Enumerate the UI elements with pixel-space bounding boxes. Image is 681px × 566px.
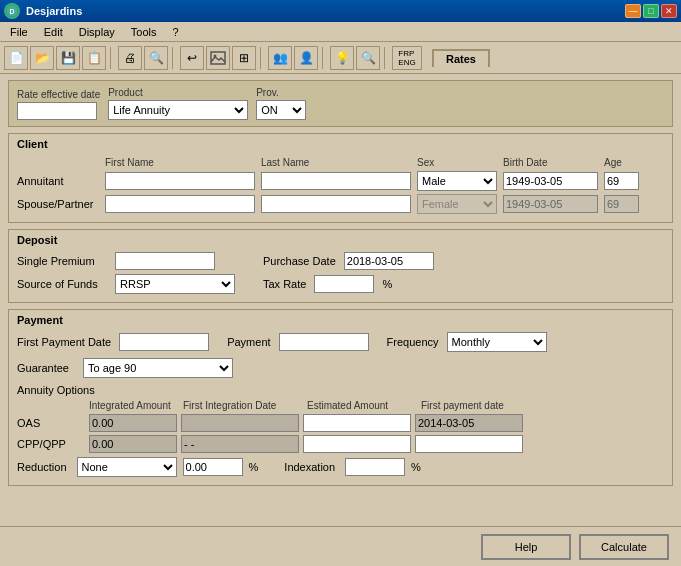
annuitant-sex-select[interactable]: Male Female xyxy=(417,171,497,191)
payment-input[interactable] xyxy=(279,333,369,351)
spouse-last-name[interactable] xyxy=(261,195,411,213)
save-button[interactable]: 💾 xyxy=(56,46,80,70)
idea-button[interactable]: 💡 xyxy=(330,46,354,70)
annuitant-age[interactable] xyxy=(604,172,639,190)
first-name-header: First Name xyxy=(105,157,154,168)
search-button[interactable]: 🔍 xyxy=(356,46,380,70)
rate-effective-date-label: Rate effective date xyxy=(17,89,100,100)
persons-button[interactable]: 👥 xyxy=(268,46,292,70)
oas-first-payment-date xyxy=(415,414,523,432)
menu-file[interactable]: File xyxy=(2,24,36,40)
tax-rate-suffix: % xyxy=(382,278,392,290)
new-button[interactable]: 📄 xyxy=(4,46,28,70)
payment-row1: First Payment Date Payment Frequency Mon… xyxy=(17,332,664,352)
minimize-button[interactable]: — xyxy=(625,4,641,18)
app-icon: D xyxy=(4,3,20,19)
copy-button[interactable]: 📋 xyxy=(82,46,106,70)
first-payment-date-input[interactable] xyxy=(119,333,209,351)
source-of-funds-select[interactable]: RRSP TFSA Non-Registered xyxy=(115,274,235,294)
grid-button[interactable]: ⊞ xyxy=(232,46,256,70)
menu-display[interactable]: Display xyxy=(71,24,123,40)
deposit-row2: Source of Funds RRSP TFSA Non-Registered… xyxy=(17,274,664,294)
client-headers: First Name Last Name Sex Birth Date Age xyxy=(17,156,664,168)
tax-rate-input[interactable] xyxy=(314,275,374,293)
lang-button[interactable]: FRPENG xyxy=(392,46,422,70)
annuitant-first-name[interactable] xyxy=(105,172,255,190)
toolbar-sep4 xyxy=(322,47,326,69)
prov-select[interactable]: ON QC xyxy=(256,100,306,120)
svg-text:D: D xyxy=(9,8,14,15)
window-controls: — □ ✕ xyxy=(625,4,677,18)
close-button[interactable]: ✕ xyxy=(661,4,677,18)
spouse-row: Spouse/Partner Female Male xyxy=(17,194,664,214)
birth-date-header: Birth Date xyxy=(503,157,547,168)
guarantee-select[interactable]: To age 90 10 years 15 years 20 years Non… xyxy=(83,358,233,378)
cpp-first-payment-date[interactable] xyxy=(415,435,523,453)
single-premium-input[interactable] xyxy=(115,252,215,270)
reduction-select[interactable]: None xyxy=(77,457,177,477)
svg-rect-2 xyxy=(211,52,225,64)
undo-button[interactable]: ↩ xyxy=(180,46,204,70)
oas-integrated-amount xyxy=(89,414,177,432)
first-integration-date-header: First Integration Date xyxy=(183,400,303,411)
top-row: Rate effective date Product Life Annuity… xyxy=(8,80,673,127)
sex-header: Sex xyxy=(417,157,434,168)
indexation-label: Indexation xyxy=(284,461,335,473)
single-premium-label: Single Premium xyxy=(17,255,107,267)
tax-rate-label: Tax Rate xyxy=(263,278,306,290)
purchase-date-input[interactable] xyxy=(344,252,434,270)
annuitant-label: Annuitant xyxy=(17,175,99,187)
annuitant-last-name[interactable] xyxy=(261,172,411,190)
oas-estimated-amount[interactable] xyxy=(303,414,411,432)
indexation-input[interactable] xyxy=(345,458,405,476)
spouse-first-name[interactable] xyxy=(105,195,255,213)
menu-edit[interactable]: Edit xyxy=(36,24,71,40)
spouse-age xyxy=(604,195,639,213)
preview-button[interactable]: 🔍 xyxy=(144,46,168,70)
estimated-amount-header: Estimated Amount xyxy=(307,400,417,411)
rate-effective-date-input[interactable] xyxy=(17,102,97,120)
annuity-options-section: Annuity Options Integrated Amount First … xyxy=(17,384,664,477)
payment-title: Payment xyxy=(17,314,664,326)
deposit-row1: Single Premium Purchase Date xyxy=(17,252,664,270)
help-button[interactable]: Help xyxy=(481,534,571,560)
toolbar-sep5 xyxy=(384,47,388,69)
calculate-button[interactable]: Calculate xyxy=(579,534,669,560)
image-button[interactable] xyxy=(206,46,230,70)
payment-section: Payment First Payment Date Payment Frequ… xyxy=(8,309,673,486)
main-content: Rate effective date Product Life Annuity… xyxy=(0,74,681,566)
indexation-suffix: % xyxy=(411,461,421,473)
frequency-label: Frequency xyxy=(387,336,439,348)
spouse-sex-select[interactable]: Female Male xyxy=(417,194,497,214)
annuitant-birth-date[interactable] xyxy=(503,172,598,190)
person-button[interactable]: 👤 xyxy=(294,46,318,70)
oas-label: OAS xyxy=(17,417,85,429)
deposit-title: Deposit xyxy=(17,234,664,246)
title-bar: D Desjardins — □ ✕ xyxy=(0,0,681,22)
reduction-suffix: % xyxy=(249,461,259,473)
payment-label: Payment xyxy=(227,336,270,348)
open-button[interactable]: 📂 xyxy=(30,46,54,70)
guarantee-row: Guarantee To age 90 10 years 15 years 20… xyxy=(17,358,664,378)
toolbar-sep1 xyxy=(110,47,114,69)
menu-tools[interactable]: Tools xyxy=(123,24,165,40)
frequency-select[interactable]: Monthly Quarterly Semi-Annual Annual xyxy=(447,332,547,352)
print-button[interactable]: 🖨 xyxy=(118,46,142,70)
bottom-bar: Help Calculate xyxy=(0,526,681,566)
reduction-label: Reduction xyxy=(17,461,67,473)
maximize-button[interactable]: □ xyxy=(643,4,659,18)
menu-help[interactable]: ? xyxy=(164,24,186,40)
cpp-estimated-amount[interactable] xyxy=(303,435,411,453)
cpp-label: CPP/QPP xyxy=(17,438,85,450)
annuitant-row: Annuitant Male Female xyxy=(17,171,664,191)
integrated-amount-header: Integrated Amount xyxy=(89,400,179,411)
toolbar-sep2 xyxy=(172,47,176,69)
source-of-funds-label: Source of Funds xyxy=(17,278,107,290)
rates-tab[interactable]: Rates xyxy=(432,49,490,67)
product-group: Product Life Annuity xyxy=(108,87,248,120)
cpp-integrated-amount xyxy=(89,435,177,453)
product-select[interactable]: Life Annuity xyxy=(108,100,248,120)
toolbar: 📄 📂 💾 📋 🖨 🔍 ↩ ⊞ 👥 👤 💡 🔍 FRPENG Rates xyxy=(0,42,681,74)
reduction-amount[interactable] xyxy=(183,458,243,476)
client-title: Client xyxy=(17,138,664,150)
